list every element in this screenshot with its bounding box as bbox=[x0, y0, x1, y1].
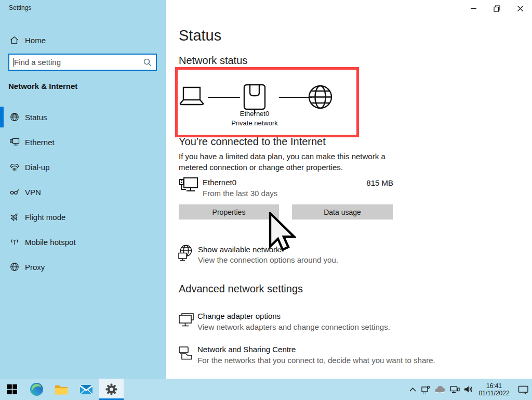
windows-logo-icon bbox=[7, 384, 17, 394]
sidebar-item-label: Mobile hotspot bbox=[25, 238, 76, 247]
mail-icon bbox=[79, 384, 93, 395]
tray-time: 16:41 bbox=[477, 382, 511, 390]
airplane-icon bbox=[10, 212, 19, 222]
sidebar-item-label: Flight mode bbox=[25, 213, 65, 222]
network-tray-icon[interactable] bbox=[450, 385, 460, 394]
taskbar: 16:41 01/11/2022 bbox=[0, 379, 532, 400]
sidebar-item-ethernet[interactable]: Ethernet bbox=[0, 132, 166, 152]
change-adapter-options-link[interactable]: Change adapter options bbox=[197, 312, 281, 320]
red-highlight-annotation bbox=[175, 67, 359, 137]
system-tray: 16:41 01/11/2022 bbox=[409, 379, 529, 400]
mail-button[interactable] bbox=[74, 379, 99, 400]
change-adapter-options-subtitle: View network adapters and change connect… bbox=[197, 322, 390, 331]
show-networks-subtitle: View the connection options around you. bbox=[198, 255, 338, 264]
edge-icon bbox=[30, 382, 44, 396]
page-title: Status bbox=[179, 27, 221, 44]
proxy-globe-icon bbox=[10, 262, 19, 272]
mouse-cursor bbox=[267, 212, 296, 254]
main-content: Status Network status Ethernet0 Private … bbox=[166, 0, 532, 379]
vmware-tray-icon[interactable] bbox=[421, 385, 430, 394]
vpn-icon bbox=[10, 188, 19, 196]
sidebar-item-status[interactable]: Status bbox=[0, 107, 166, 127]
window-title: Settings bbox=[9, 4, 31, 11]
adapter-usage-period: From the last 30 days bbox=[203, 189, 277, 198]
file-explorer-button[interactable] bbox=[49, 379, 74, 400]
connected-heading: You’re connected to the Internet bbox=[179, 136, 326, 148]
restore-button[interactable] bbox=[485, 0, 509, 17]
tray-date: 01/11/2022 bbox=[477, 390, 511, 397]
window-controls bbox=[462, 0, 532, 17]
sidebar-item-home[interactable]: Home bbox=[0, 30, 166, 50]
network-sharing-centre-subtitle: For the networks that you connect to, de… bbox=[197, 356, 435, 365]
network-status-heading: Network status bbox=[179, 55, 247, 67]
hotspot-icon bbox=[10, 238, 19, 247]
advanced-settings-heading: Advanced network settings bbox=[179, 283, 303, 295]
sidebar-item-label: Status bbox=[25, 113, 47, 122]
data-usage-value: 815 MB bbox=[179, 178, 393, 187]
globe-network-icon bbox=[10, 112, 19, 122]
edge-button[interactable] bbox=[24, 379, 49, 400]
home-icon bbox=[10, 36, 19, 45]
connected-description: If you have a limited data plan, you can… bbox=[179, 151, 403, 173]
settings-button[interactable] bbox=[99, 379, 124, 400]
network-sharing-centre-link[interactable]: Network and Sharing Centre bbox=[197, 345, 296, 354]
properties-button[interactable]: Properties bbox=[179, 204, 279, 220]
sidebar-item-flight-mode[interactable]: Flight mode bbox=[0, 207, 166, 227]
minimize-button[interactable] bbox=[462, 0, 485, 17]
folder-icon bbox=[55, 384, 68, 395]
sidebar-section-title: Network & Internet bbox=[8, 82, 77, 91]
settings-sidebar: Settings Home Network & Internet Status … bbox=[0, 0, 166, 379]
search-icon[interactable] bbox=[143, 58, 152, 67]
sidebar-item-label: Proxy bbox=[25, 263, 45, 272]
onedrive-cloud-icon[interactable] bbox=[434, 386, 446, 393]
sidebar-item-dialup[interactable]: Dial-up bbox=[0, 157, 166, 177]
notification-icon[interactable] bbox=[518, 385, 529, 394]
volume-icon[interactable] bbox=[464, 385, 473, 394]
sidebar-item-label: VPN bbox=[25, 188, 41, 197]
search-input[interactable] bbox=[9, 55, 156, 70]
text-caret bbox=[13, 58, 14, 67]
sidebar-item-proxy[interactable]: Proxy bbox=[0, 256, 166, 277]
sidebar-item-label: Dial-up bbox=[25, 163, 50, 172]
sidebar-item-label: Home bbox=[25, 36, 46, 45]
chevron-up-icon[interactable] bbox=[409, 386, 417, 393]
clock[interactable]: 16:41 01/11/2022 bbox=[477, 382, 511, 397]
dialup-phone-icon bbox=[10, 163, 19, 171]
search-box[interactable] bbox=[8, 54, 157, 71]
adapter-monitor-icon bbox=[178, 313, 194, 328]
sidebar-item-mobile-hotspot[interactable]: Mobile hotspot bbox=[0, 231, 166, 252]
sidebar-item-label: Ethernet bbox=[25, 138, 55, 147]
close-button[interactable] bbox=[509, 0, 532, 17]
gear-icon bbox=[105, 383, 117, 395]
sharing-centre-icon bbox=[178, 346, 194, 361]
ethernet-icon bbox=[10, 138, 20, 147]
start-button[interactable] bbox=[0, 379, 24, 400]
data-usage-button[interactable]: Data usage bbox=[292, 204, 393, 220]
networks-globe-icon bbox=[178, 244, 194, 262]
sidebar-item-vpn[interactable]: VPN bbox=[0, 182, 166, 202]
